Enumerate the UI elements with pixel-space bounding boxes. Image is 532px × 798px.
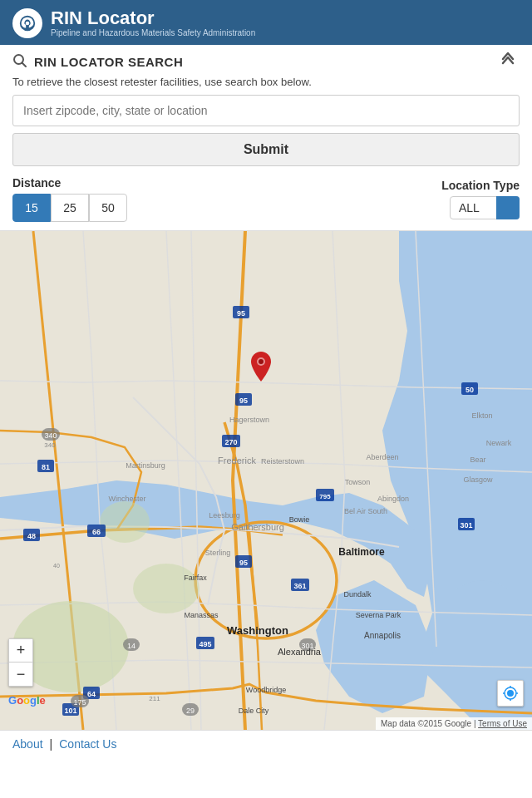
- svg-text:Severna Park: Severna Park: [356, 611, 401, 619]
- svg-text:64: 64: [87, 690, 96, 698]
- svg-text:Baltimore: Baltimore: [338, 546, 385, 558]
- svg-text:Newark: Newark: [486, 439, 512, 447]
- svg-text:Alexandria: Alexandria: [278, 647, 322, 657]
- svg-text:340: 340: [44, 441, 56, 449]
- svg-text:Washington: Washington: [227, 624, 288, 637]
- svg-point-11: [133, 564, 200, 613]
- header-text: RIN Locator Pipeline and Hazardous Mater…: [51, 8, 255, 38]
- terms-of-use-link[interactable]: Terms of Use: [478, 719, 527, 728]
- svg-text:Fairfax: Fairfax: [184, 574, 207, 582]
- map-container[interactable]: 95 95 95 270 66 48 81 495 14 301 361 301…: [0, 231, 532, 730]
- svg-text:95: 95: [237, 309, 245, 318]
- zoom-out-button[interactable]: −: [9, 663, 32, 686]
- distance-50-button[interactable]: 50: [89, 194, 127, 222]
- svg-text:Martinsburg: Martinsburg: [126, 461, 165, 470]
- svg-point-1: [26, 22, 30, 26]
- filters-row: Distance 15 25 50 Location Type ALL Type…: [12, 176, 520, 222]
- svg-text:Bel Air South: Bel Air South: [344, 507, 387, 515]
- svg-text:Dundalk: Dundalk: [343, 590, 372, 598]
- zoom-controls: + −: [8, 638, 33, 687]
- svg-text:95: 95: [239, 559, 248, 567]
- distance-label: Distance: [12, 176, 127, 190]
- app-subtitle: Pipeline and Hazardous Materials Safety …: [51, 28, 255, 38]
- svg-text:270: 270: [224, 438, 237, 446]
- footer-separator: |: [50, 737, 53, 751]
- search-panel: RIN LOCATOR SEARCH To retrieve the close…: [0, 45, 532, 231]
- svg-text:Bowie: Bowie: [289, 515, 310, 524]
- distance-section: Distance 15 25 50: [12, 176, 127, 222]
- svg-text:Bear: Bear: [470, 456, 485, 464]
- search-title-row: RIN LOCATOR SEARCH: [12, 52, 520, 72]
- svg-text:301: 301: [460, 521, 472, 530]
- location-type-select-wrapper: ALL Type A Type B ▼: [450, 196, 520, 219]
- svg-text:Manassas: Manassas: [184, 611, 219, 619]
- my-location-button[interactable]: [497, 680, 524, 707]
- svg-text:Woodbridge: Woodbridge: [246, 686, 286, 694]
- location-type-label: Location Type: [441, 179, 520, 192]
- svg-text:50: 50: [466, 386, 474, 394]
- svg-text:Abingdon: Abingdon: [377, 495, 409, 503]
- search-heading: RIN LOCATOR SEARCH: [34, 55, 183, 69]
- svg-text:Annapolis: Annapolis: [364, 631, 401, 640]
- about-link[interactable]: About: [12, 737, 43, 751]
- search-description: To retrieve the closest retester facilit…: [12, 76, 520, 88]
- svg-text:40: 40: [53, 563, 60, 569]
- search-title-left: RIN LOCATOR SEARCH: [12, 53, 183, 71]
- svg-line-3: [22, 62, 27, 66]
- svg-text:Winchester: Winchester: [108, 495, 145, 503]
- svg-text:Aberdeen: Aberdeen: [366, 453, 398, 461]
- svg-text:Reisterstown: Reisterstown: [261, 457, 304, 466]
- map-data-text: Map data ©2015 Google: [381, 719, 471, 728]
- svg-text:495: 495: [199, 640, 211, 648]
- svg-text:Glasgow: Glasgow: [463, 475, 493, 484]
- svg-text:795: 795: [319, 493, 331, 500]
- svg-text:Gaithersburg: Gaithersburg: [231, 522, 284, 532]
- contact-us-link[interactable]: Contact Us: [59, 737, 116, 751]
- svg-point-120: [507, 690, 514, 697]
- svg-text:81: 81: [42, 463, 50, 471]
- svg-text:211: 211: [149, 695, 160, 702]
- search-input[interactable]: [12, 95, 520, 126]
- search-icon: [12, 53, 27, 71]
- svg-text:101: 101: [64, 707, 76, 715]
- distance-15-button[interactable]: 15: [12, 194, 51, 222]
- svg-text:29: 29: [186, 707, 195, 715]
- footer: About | Contact Us: [0, 730, 532, 757]
- svg-text:Frederick: Frederick: [218, 456, 256, 466]
- app-header: RIN Locator Pipeline and Hazardous Mater…: [0, 0, 532, 45]
- svg-text:Dale City: Dale City: [239, 707, 269, 715]
- location-type-select[interactable]: ALL Type A Type B: [450, 196, 520, 219]
- collapse-button[interactable]: [496, 52, 520, 72]
- map-svg: 95 95 95 270 66 48 81 495 14 301 361 301…: [0, 231, 532, 730]
- app-title: RIN Locator: [51, 8, 255, 28]
- zoom-in-button[interactable]: +: [9, 639, 32, 663]
- google-logo: Google: [8, 694, 46, 707]
- svg-text:95: 95: [239, 397, 248, 405]
- app-logo: [12, 8, 42, 38]
- svg-text:Sterling: Sterling: [205, 549, 231, 557]
- svg-text:66: 66: [92, 528, 101, 536]
- svg-text:Hagerstown: Hagerstown: [229, 416, 269, 424]
- svg-text:Elkton: Elkton: [471, 411, 492, 420]
- svg-point-12: [100, 501, 150, 543]
- svg-text:48: 48: [27, 532, 36, 540]
- location-type-section: Location Type ALL Type A Type B ▼: [441, 179, 520, 219]
- svg-text:175: 175: [73, 698, 86, 707]
- svg-text:14: 14: [127, 642, 135, 650]
- svg-text:361: 361: [293, 582, 306, 590]
- svg-text:340: 340: [44, 431, 57, 440]
- submit-button[interactable]: Submit: [12, 133, 520, 166]
- svg-text:Leesburg: Leesburg: [209, 511, 240, 520]
- distance-25-button[interactable]: 25: [51, 194, 89, 222]
- map-attribution: Map data ©2015 Google | Terms of Use: [376, 717, 532, 730]
- svg-text:Towson: Towson: [345, 478, 371, 486]
- distance-group: 15 25 50: [12, 194, 127, 222]
